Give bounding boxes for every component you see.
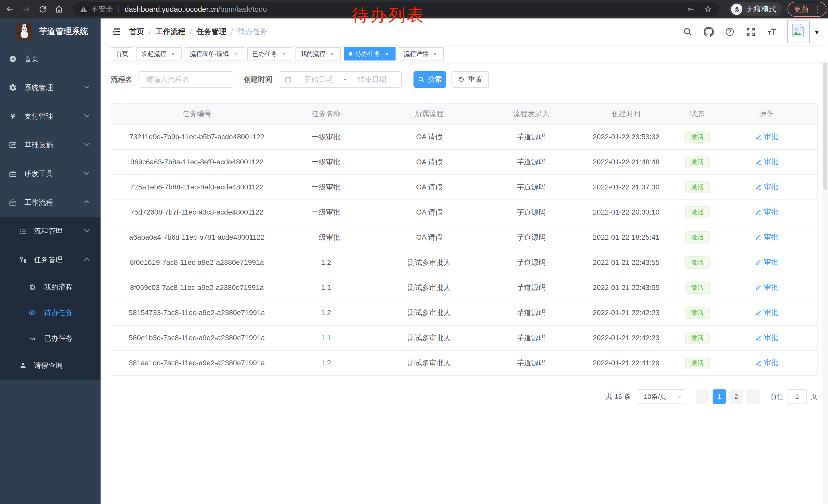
chevron-down-icon — [84, 170, 89, 175]
app-logo[interactable]: 芋道管理系统 — [0, 18, 100, 45]
chevron-down-icon — [84, 83, 89, 89]
close-icon[interactable]: × — [169, 50, 176, 57]
end-date-field[interactable]: 结束日期 — [348, 75, 396, 84]
sidebar-item-payment[interactable]: ¥ 支付管理 — [0, 102, 100, 131]
cell-actions: 审批 — [716, 200, 818, 225]
pagination: 共 16 条 10条/页 1 2 前往 1 页 — [111, 389, 817, 404]
table-row: 8f059c03-7ac8-11ec-a9e2-a2380e71991a 1.1… — [111, 275, 818, 300]
sidebar-collapse-icon[interactable] — [111, 26, 122, 37]
reset-button[interactable]: 重置 — [451, 71, 489, 88]
page-1-button[interactable]: 1 — [713, 390, 726, 404]
cell-create-time: 2022-01-21 22:43:55 — [574, 275, 679, 300]
sidebar-item-todo-tasks[interactable]: 待办任务 — [0, 300, 100, 326]
breadcrumb-task-management[interactable]: 任务管理 — [197, 27, 226, 37]
tab-todo-tasks[interactable]: 待办任务× — [344, 47, 396, 60]
approve-button[interactable]: 审批 — [755, 282, 779, 292]
font-size-icon[interactable] — [766, 26, 778, 38]
prev-page-button[interactable] — [696, 390, 709, 404]
close-icon[interactable]: × — [383, 50, 390, 57]
status-badge: 激活 — [685, 181, 710, 193]
github-icon[interactable] — [703, 26, 715, 38]
search-icon[interactable] — [681, 26, 694, 38]
cell-process: 测试多审批人 — [370, 250, 489, 275]
close-icon[interactable]: × — [328, 50, 335, 57]
sidebar-menu: 首页 系统管理 ¥ 支付管理 — [0, 45, 100, 380]
sidebar-item-infrastructure[interactable]: 基础设施 — [0, 131, 100, 159]
close-icon[interactable]: × — [431, 50, 439, 57]
tags-view: 首页 发起流程× 流程表单-编辑× 已办任务× 我的流程× 待办任务× 流程详情… — [100, 45, 828, 63]
page-2-button[interactable]: 2 — [730, 390, 743, 404]
tab-start-process[interactable]: 发起流程× — [136, 47, 181, 60]
security-label: 不安全 — [91, 4, 113, 14]
page-size-select[interactable]: 10条/页 — [638, 389, 686, 404]
start-date-field[interactable]: 开始日期 — [294, 75, 342, 84]
help-icon[interactable] — [723, 26, 736, 38]
reload-icon[interactable] — [36, 3, 49, 16]
person-icon — [19, 362, 27, 370]
next-page-button[interactable] — [746, 390, 760, 404]
close-icon[interactable]: × — [232, 50, 239, 57]
close-icon[interactable]: × — [280, 50, 287, 57]
tab-done-tasks[interactable]: 已办任务× — [247, 47, 292, 60]
workflow-submenu: 流程管理 任务管理 我的流程 — [0, 217, 100, 380]
approve-button[interactable]: 审批 — [755, 207, 779, 217]
approve-button[interactable]: 审批 — [755, 132, 779, 141]
approve-button[interactable]: 审批 — [755, 157, 779, 167]
cell-status: 激活 — [679, 250, 716, 275]
sidebar-item-process-management[interactable]: 流程管理 — [0, 217, 100, 245]
tab-my-process[interactable]: 我的流程× — [295, 47, 341, 60]
sidebar-item-devtools[interactable]: 研发工具 — [0, 159, 100, 188]
tab-process-form-edit[interactable]: 流程表单-编辑× — [185, 47, 244, 60]
process-name-input[interactable]: 请输入流程名 — [138, 71, 234, 88]
table-row: 069c6a63-7b8a-11ec-8ef0-acde48001122 一级审… — [111, 149, 818, 175]
cell-process: 测试多审批人 — [370, 275, 489, 300]
browser-menu-icon[interactable]: ⋮ — [814, 5, 821, 14]
eye-icon — [28, 309, 36, 317]
approve-button[interactable]: 审批 — [755, 358, 779, 368]
scrollbar[interactable] — [822, 18, 828, 504]
tab-home[interactable]: 首页 — [111, 47, 133, 60]
avatar[interactable] — [787, 20, 810, 43]
screen: 不安全 dashboard.yudao.iocoder.cn/bpm/task/… — [0, 0, 828, 504]
sidebar-item-done-tasks[interactable]: 已办任务 — [0, 326, 100, 351]
avatar-caret-icon[interactable]: ▾ — [815, 28, 819, 36]
bookmark-star-icon[interactable] — [704, 5, 713, 13]
sidebar-item-leave-query[interactable]: 请假查询 — [0, 351, 100, 380]
approve-button[interactable]: 审批 — [755, 308, 779, 317]
chevron-up-icon — [84, 258, 89, 263]
back-icon[interactable] — [3, 3, 16, 16]
approve-button[interactable]: 审批 — [755, 182, 779, 192]
breadcrumb-home[interactable]: 首页 — [129, 27, 144, 37]
fullscreen-icon[interactable] — [745, 26, 757, 38]
dashboard-icon — [9, 55, 17, 63]
sidebar-item-home[interactable]: 首页 — [0, 45, 100, 73]
cell-actions: 审批 — [716, 300, 818, 325]
password-key-icon[interactable] — [687, 5, 695, 13]
date-range-input[interactable]: 开始日期 - 结束日期 — [279, 71, 402, 88]
home-icon[interactable] — [52, 3, 66, 16]
cell-create-time: 2022-01-21 22:43:55 — [574, 250, 679, 275]
sidebar-item-workflow[interactable]: 工作流程 — [0, 188, 100, 217]
cell-actions: 审批 — [716, 149, 818, 175]
tab-process-detail[interactable]: 流程详情× — [399, 47, 444, 60]
sidebar-item-my-process[interactable]: 我的流程 — [0, 274, 100, 300]
cell-task-id: 8f059c03-7ac8-11ec-a9e2-a2380e71991a — [111, 275, 282, 300]
approve-button[interactable]: 审批 — [755, 333, 779, 342]
url-divider — [119, 5, 119, 13]
calendar-icon — [284, 76, 292, 83]
goto-page-input[interactable]: 1 — [787, 389, 807, 404]
approve-button[interactable]: 审批 — [755, 258, 779, 267]
update-label[interactable]: 更新 — [794, 4, 809, 14]
breadcrumb-workflow[interactable]: 工作流程 — [156, 27, 185, 37]
process-name-label: 流程名 — [111, 75, 132, 84]
scrollbar-thumb[interactable] — [823, 47, 827, 190]
update-button[interactable]: 更新 ⋮ — [787, 2, 826, 17]
cell-status: 激活 — [679, 300, 716, 325]
cell-starter: 芋道源码 — [489, 351, 574, 375]
approve-button[interactable]: 审批 — [755, 232, 779, 242]
sidebar: 芋道管理系统 首页 系统管理 ¥ — [0, 18, 100, 504]
cell-status: 激活 — [679, 325, 716, 351]
sidebar-item-system[interactable]: 系统管理 — [0, 73, 100, 102]
search-button[interactable]: 搜索 — [413, 71, 446, 88]
sidebar-item-task-management[interactable]: 任务管理 — [0, 245, 100, 274]
